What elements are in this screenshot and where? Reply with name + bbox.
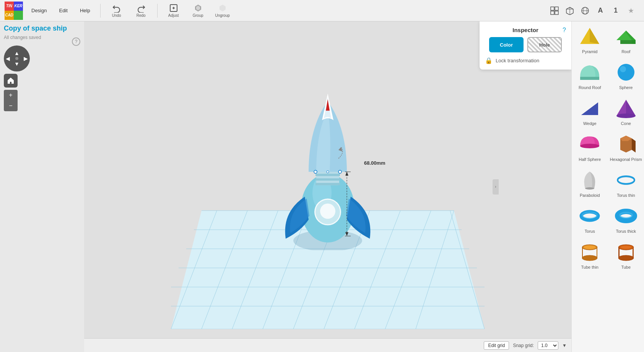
sphere-shape [615, 61, 637, 84]
group-button[interactable]: Group [187, 2, 210, 20]
nav-arrows: ▲ ◀ ▶ ▼ [6, 50, 28, 67]
round-roof-label: Round Roof [579, 85, 601, 90]
logo-cell-t: TIN [5, 2, 14, 11]
svg-point-84 [584, 245, 596, 249]
shape-roof[interactable]: Roof [608, 21, 644, 57]
hole-button[interactable]: Hole [527, 37, 562, 52]
svg-point-45 [314, 170, 317, 173]
logo-cell-n: CAD [5, 11, 14, 20]
torus-label: Torus [585, 229, 595, 234]
svg-point-61 [618, 64, 634, 81]
canvas-area[interactable]: Inspector Color Hole 🔒 Lock transformati… [84, 21, 571, 352]
shape-wedge[interactable]: Wedge [572, 93, 608, 129]
svg-point-46 [338, 170, 342, 173]
inspector-help-btn[interactable]: ? [563, 27, 566, 34]
svg-point-88 [618, 255, 634, 261]
shape-round-roof[interactable]: Round Roof [572, 57, 608, 93]
hex-prism-shape [615, 133, 637, 156]
menu-design[interactable]: Design [26, 5, 52, 16]
view-star-btn[interactable]: ★ [624, 4, 638, 18]
paraboloid-label: Paraboloid [580, 193, 600, 198]
shape-cone[interactable]: Cone [608, 93, 644, 129]
svg-point-39 [320, 203, 335, 219]
project-area: Copy of space ship ? All changes saved ▲… [0, 21, 644, 352]
shape-half-sphere[interactable]: Half Sphere [572, 129, 608, 165]
view-text-btn[interactable]: A [594, 4, 607, 18]
svg-rect-42 [315, 178, 340, 180]
undo-button[interactable]: Undo [105, 2, 128, 20]
view-number-btn[interactable]: 1 [609, 4, 623, 18]
nav-orbit-control[interactable]: ▲ ◀ ▶ ▼ [4, 45, 30, 71]
svg-rect-86 [618, 247, 620, 258]
nav-up-arrow: ▲ [14, 50, 20, 56]
wedge-shape [578, 97, 601, 120]
menu-edit[interactable]: Edit [54, 5, 73, 16]
svg-rect-4 [551, 7, 554, 10]
zoom-in-button[interactable]: + [4, 90, 18, 101]
round-roof-shape [578, 61, 601, 84]
svg-rect-59 [632, 40, 636, 44]
shape-torus[interactable]: Torus [572, 201, 608, 237]
nav-down-arrow: ▼ [14, 61, 20, 67]
toolbar-separator [100, 4, 101, 18]
view-3d-box-btn[interactable] [563, 4, 577, 18]
shape-sphere[interactable]: Sphere [608, 57, 644, 93]
hex-prism-label: Hexagonal Prism [610, 157, 642, 162]
tube-label: Tube [621, 265, 631, 269]
measurement-label: 68.00mm [364, 160, 385, 166]
redo-button[interactable]: Redo [130, 2, 153, 20]
view-sphere-btn[interactable] [578, 4, 592, 18]
svg-marker-51 [345, 172, 348, 175]
shape-tube-thin[interactable]: Tube thin [572, 237, 608, 273]
tube-thin-label: Tube thin [581, 265, 598, 269]
svg-rect-82 [597, 247, 597, 258]
box-view-icon [566, 6, 574, 15]
A-label: A [598, 6, 603, 15]
rocket-svg [270, 89, 385, 250]
svg-rect-81 [582, 247, 583, 258]
shape-hex-prism[interactable]: Hexagonal Prism [608, 129, 644, 165]
view-icons: A 1 ★ [548, 4, 641, 18]
snap-unit: ▼ [562, 343, 567, 348]
svg-marker-71 [632, 138, 636, 152]
shape-tube[interactable]: Tube [608, 237, 644, 273]
shapes-panel-collapse-btn[interactable]: › [493, 179, 499, 195]
shape-paraboloid[interactable]: Paraboloid [572, 165, 608, 201]
one-label: 1 [614, 6, 618, 15]
snap-grid-select[interactable]: 1.0 0.5 0.25 2.0 5.0 [538, 341, 558, 350]
svg-point-89 [621, 246, 631, 249]
menu-help[interactable]: Help [75, 5, 96, 16]
pyramid-shape [578, 25, 601, 48]
nav-left-arrow: ◀ [6, 56, 10, 61]
project-title[interactable]: Copy of space ship [4, 24, 67, 32]
adjust-icon [169, 3, 178, 13]
svg-marker-65 [581, 102, 598, 115]
undo-icon [112, 3, 121, 13]
cone-label: Cone [621, 121, 631, 126]
shape-pyramid[interactable]: Pyramid [572, 21, 608, 57]
home-icon [7, 77, 15, 84]
svg-point-83 [582, 255, 597, 261]
edit-grid-button[interactable]: Edit grid [484, 341, 509, 350]
torus-thick-shape [615, 204, 637, 227]
undo-label: Undo [112, 13, 121, 18]
half-sphere-shape [578, 133, 601, 156]
logo-cell-k [14, 11, 23, 20]
zoom-out-button[interactable]: − [4, 101, 18, 111]
tube-thin-shape [578, 240, 601, 263]
adjust-button[interactable]: Adjust [162, 2, 185, 20]
ungroup-button[interactable]: Ungroup [211, 2, 234, 20]
shape-torus-thin[interactable]: Torus thin [608, 165, 644, 201]
help-button[interactable]: ? [72, 37, 80, 46]
shape-torus-thick[interactable]: Torus thick [608, 201, 644, 237]
color-button[interactable]: Color [489, 37, 524, 52]
pyramid-label: Pyramid [582, 49, 597, 54]
home-view-button[interactable] [4, 74, 18, 88]
view-grid-btn[interactable] [548, 4, 561, 18]
paraboloid-shape [578, 169, 601, 191]
redo-label: Redo [137, 13, 146, 18]
snap-grid-label: Snap grid: [513, 343, 534, 348]
tinkercad-logo[interactable]: TIN KER CAD [3, 2, 24, 20]
group-label: Group [193, 13, 203, 18]
svg-rect-7 [555, 11, 558, 15]
